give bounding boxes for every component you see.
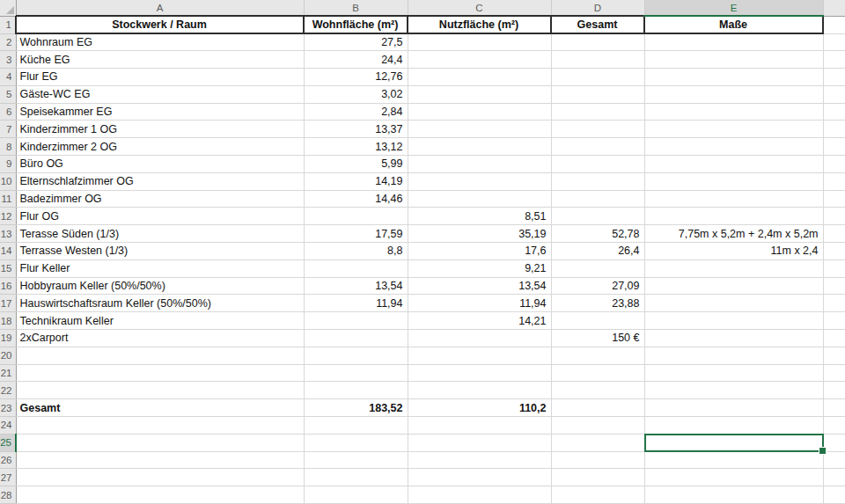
cell-F8[interactable] <box>823 138 845 156</box>
cell-A18[interactable]: Technikraum Keller <box>16 312 304 330</box>
cell-A14[interactable]: Terrasse Westen (1/3) <box>16 243 304 260</box>
row-header-3[interactable]: 3 <box>0 51 16 69</box>
cell-B22[interactable] <box>304 382 408 399</box>
cell-D11[interactable] <box>551 190 644 208</box>
cell-E4[interactable] <box>644 69 823 86</box>
cell-B27[interactable] <box>304 469 408 486</box>
cell-A27[interactable] <box>16 469 304 486</box>
cell-C27[interactable] <box>408 469 551 486</box>
cell-B3[interactable]: 24,4 <box>304 51 408 69</box>
cell-B13[interactable]: 17,59 <box>304 225 408 243</box>
cell-B16[interactable]: 13,54 <box>304 277 408 295</box>
cell-E7[interactable] <box>644 121 823 138</box>
column-header-C[interactable]: C <box>408 0 551 16</box>
row-header-17[interactable]: 17 <box>0 295 16 312</box>
row-header-21[interactable]: 21 <box>0 364 16 382</box>
row-header-12[interactable]: 12 <box>0 208 16 225</box>
cell-B24[interactable] <box>304 417 408 435</box>
cell-A12[interactable]: Flur OG <box>16 208 304 225</box>
cell-F15[interactable] <box>823 259 845 277</box>
cell-F13[interactable] <box>823 225 845 243</box>
cell-E14[interactable]: 11m x 2,4 <box>644 243 823 260</box>
cell-D1[interactable]: Gesamt <box>551 16 644 33</box>
cell-E5[interactable] <box>644 85 823 103</box>
cell-C5[interactable] <box>408 85 551 103</box>
cell-F2[interactable] <box>823 33 845 51</box>
cell-B20[interactable] <box>304 347 408 364</box>
cell-A10[interactable]: Elternschlafzimmer OG <box>16 172 304 190</box>
cell-B5[interactable]: 3,02 <box>304 85 408 103</box>
cell-A17[interactable]: Hauswirtschaftsraum Keller (50%/50%) <box>16 295 304 312</box>
cell-C14[interactable]: 17,6 <box>408 243 551 260</box>
row-header-20[interactable]: 20 <box>0 347 16 364</box>
cell-C6[interactable] <box>408 103 551 121</box>
row-header-19[interactable]: 19 <box>0 330 16 347</box>
cell-D17[interactable]: 23,88 <box>551 295 644 312</box>
cell-D10[interactable] <box>551 172 644 190</box>
cell-C16[interactable]: 13,54 <box>408 277 551 295</box>
cell-E15[interactable] <box>644 259 823 277</box>
cell-E11[interactable] <box>644 190 823 208</box>
cell-E1[interactable]: Maße <box>644 16 823 33</box>
row-header-14[interactable]: 14 <box>0 243 16 260</box>
cell-C9[interactable] <box>408 156 551 173</box>
cell-A1[interactable]: Stockwerk / Raum <box>16 16 304 33</box>
cell-F14[interactable] <box>823 243 845 260</box>
cell-F18[interactable] <box>823 312 845 330</box>
select-all-corner[interactable] <box>0 0 16 16</box>
cell-B14[interactable]: 8,8 <box>304 243 408 260</box>
cell-C25[interactable] <box>408 434 551 451</box>
cell-A21[interactable] <box>16 364 304 382</box>
cell-D26[interactable] <box>551 451 644 469</box>
cell-D21[interactable] <box>551 364 644 382</box>
cell-C28[interactable] <box>408 486 551 504</box>
selected-cell-E25[interactable] <box>644 434 823 451</box>
cell-A23[interactable]: Gesamt <box>16 399 304 417</box>
row-header-22[interactable]: 22 <box>0 382 16 399</box>
cell-D22[interactable] <box>551 382 644 399</box>
cell-A24[interactable] <box>16 417 304 435</box>
cell-D9[interactable] <box>551 156 644 173</box>
cell-B7[interactable]: 13,37 <box>304 121 408 138</box>
cell-D12[interactable] <box>551 208 644 225</box>
fill-handle[interactable] <box>819 447 827 455</box>
cell-E16[interactable] <box>644 277 823 295</box>
cell-C2[interactable] <box>408 33 551 51</box>
cell-F10[interactable] <box>823 172 845 190</box>
cell-A6[interactable]: Speisekammer EG <box>16 103 304 121</box>
cell-C4[interactable] <box>408 69 551 86</box>
cell-F6[interactable] <box>823 103 845 121</box>
cell-F28[interactable] <box>823 486 845 504</box>
cell-A19[interactable]: 2xCarport <box>16 330 304 347</box>
cell-A4[interactable]: Flur EG <box>16 69 304 86</box>
cell-C21[interactable] <box>408 364 551 382</box>
cell-D20[interactable] <box>551 347 644 364</box>
cell-F11[interactable] <box>823 190 845 208</box>
cell-D14[interactable]: 26,4 <box>551 243 644 260</box>
cell-C22[interactable] <box>408 382 551 399</box>
row-header-6[interactable]: 6 <box>0 103 16 121</box>
cell-E3[interactable] <box>644 51 823 69</box>
cell-A25[interactable] <box>16 434 304 451</box>
row-header-28[interactable]: 28 <box>0 486 16 504</box>
cell-E21[interactable] <box>644 364 823 382</box>
cell-D13[interactable]: 52,78 <box>551 225 644 243</box>
cell-A22[interactable] <box>16 382 304 399</box>
cell-C3[interactable] <box>408 51 551 69</box>
cell-D15[interactable] <box>551 259 644 277</box>
cell-F1[interactable] <box>823 16 845 33</box>
cell-A16[interactable]: Hobbyraum Keller (50%/50%) <box>16 277 304 295</box>
cell-D5[interactable] <box>551 85 644 103</box>
cell-A2[interactable]: Wohnraum EG <box>16 33 304 51</box>
cell-D16[interactable]: 27,09 <box>551 277 644 295</box>
cell-B19[interactable] <box>304 330 408 347</box>
cell-E19[interactable] <box>644 330 823 347</box>
cell-D6[interactable] <box>551 103 644 121</box>
cell-B15[interactable] <box>304 259 408 277</box>
row-header-26[interactable]: 26 <box>0 451 16 469</box>
cell-C18[interactable]: 14,21 <box>408 312 551 330</box>
row-header-2[interactable]: 2 <box>0 33 16 51</box>
cell-B26[interactable] <box>304 451 408 469</box>
cell-A20[interactable] <box>16 347 304 364</box>
cell-D2[interactable] <box>551 33 644 51</box>
